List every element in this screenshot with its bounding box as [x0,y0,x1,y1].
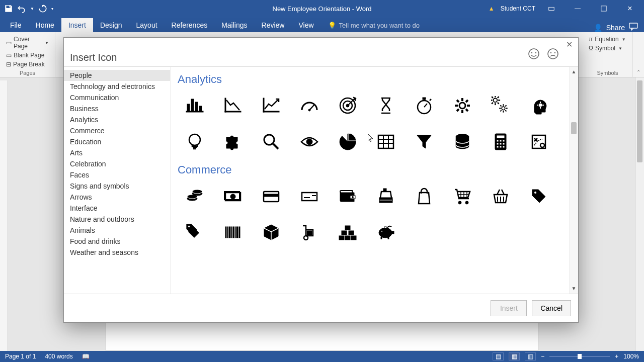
hourglass-icon[interactable] [369,90,403,121]
category-arrows[interactable]: Arrows [64,192,170,203]
eye-icon[interactable] [292,126,327,157]
category-animals[interactable]: Animals [64,225,170,236]
calculator-icon[interactable] [484,126,518,157]
ribbon-options-icon[interactable] [541,1,561,16]
blank-page-button[interactable]: ▭Blank Page [5,51,50,59]
insert-button[interactable]: Insert [491,300,527,316]
stopwatch-icon[interactable] [407,90,441,121]
category-communication[interactable]: Communication [64,92,170,103]
scroll-up-icon[interactable]: ▲ [570,67,578,77]
tab-file[interactable]: File [3,18,29,32]
tab-home[interactable]: Home [29,18,61,32]
basket-icon[interactable] [484,180,518,212]
cash-icon[interactable] [216,180,250,212]
bar-chart-icon[interactable] [178,90,212,121]
category-food-and-drinks[interactable]: Food and drinks [64,236,170,247]
feedback-smile-icon[interactable] [527,47,541,61]
target-icon[interactable] [331,90,365,121]
save-icon[interactable] [4,4,13,13]
hand-truck-icon[interactable] [292,217,327,248]
tab-view[interactable]: View [291,18,320,32]
database-icon[interactable] [445,126,479,157]
undo-dropdown[interactable]: ▼ [30,7,34,11]
category-commerce[interactable]: Commerce [64,125,170,136]
vertical-scrollbar[interactable] [635,77,644,351]
strategy-icon[interactable] [522,126,556,157]
barcode-icon[interactable] [216,217,250,248]
tab-mailings[interactable]: Mailings [214,18,254,32]
redo-icon[interactable] [38,4,47,13]
maximize-icon[interactable] [594,1,614,16]
zoom-in-button[interactable]: + [615,353,618,360]
tag-icon[interactable] [522,180,556,212]
dialog-scrollbar[interactable]: ▲ ▼ [569,67,578,294]
funnel-icon[interactable] [407,126,441,157]
category-signs-and-symbols[interactable]: Signs and symbols [64,180,170,192]
status-words[interactable]: 400 words [45,353,72,360]
category-technology-and-electronics[interactable]: Technology and electronics [64,81,170,92]
view-print-icon[interactable]: ▦ [509,352,520,360]
tab-review[interactable]: Review [255,18,292,32]
share-button[interactable]: Share [606,24,625,32]
tab-design[interactable]: Design [93,18,129,32]
category-education[interactable]: Education [64,136,170,147]
package-icon[interactable] [254,217,288,248]
spellcheck-icon[interactable]: 📖 [82,353,90,360]
zoom-slider[interactable] [549,356,610,357]
minimize-icon[interactable]: — [568,1,588,16]
scrollbar-thumb[interactable] [571,122,577,134]
view-read-icon[interactable]: ▤ [493,352,504,360]
line-chart-up-icon[interactable] [254,90,288,121]
category-weather-and-seasons[interactable]: Weather and seasons [64,247,170,258]
scroll-down-icon[interactable]: ▼ [570,284,578,294]
close-icon[interactable]: × [620,1,640,16]
tab-references[interactable]: References [165,18,215,32]
table-icon[interactable] [369,126,403,157]
qat-customize[interactable]: ▾ [51,7,53,11]
undo-icon[interactable] [17,4,26,13]
category-nature-and-outdoors[interactable]: Nature and outdoors [64,214,170,225]
credit-card-icon[interactable] [254,180,288,212]
category-celebration[interactable]: Celebration [64,158,170,169]
pie-chart-icon[interactable] [331,126,365,157]
search-icon[interactable] [254,126,288,157]
cash-register-icon[interactable] [369,180,403,212]
category-interface[interactable]: Interface [64,203,170,214]
page-break-button[interactable]: ⊟Page Break [5,60,50,68]
view-web-icon[interactable]: ▥ [525,352,536,360]
gears-icon[interactable] [484,90,518,121]
scrollbar-thumb[interactable] [637,80,642,162]
cover-page-button[interactable]: ▭Cover Page▼ [5,35,50,50]
tab-layout[interactable]: Layout [129,18,165,32]
wallet-icon[interactable] [331,180,365,212]
cancel-button[interactable]: Cancel [532,300,571,316]
coins-icon[interactable] [178,180,212,212]
tell-me-search[interactable]: 💡 Tell me what you want to do [324,19,424,32]
comments-icon[interactable] [629,23,638,32]
puzzle-icon[interactable] [216,126,250,157]
tags-icon[interactable] [178,217,212,248]
brain-gear-icon[interactable] [522,90,556,121]
zoom-level[interactable]: 100% [623,353,639,360]
tab-insert[interactable]: Insert [61,18,93,32]
line-chart-down-icon[interactable] [216,90,250,121]
zoom-out-button[interactable]: − [541,353,544,360]
category-people[interactable]: People [64,70,170,81]
lightbulb-icon[interactable] [178,126,212,157]
gear-icon[interactable] [445,90,479,121]
slider-thumb[interactable] [578,354,582,359]
symbol-button[interactable]: ΩSymbol▼ [588,44,627,52]
user-name[interactable]: Student CCT [501,5,535,12]
status-pages[interactable]: Page 1 of 1 [5,353,36,360]
shopping-bag-icon[interactable] [407,180,441,212]
feedback-frown-icon[interactable] [546,47,560,61]
category-analytics[interactable]: Analytics [64,114,170,125]
category-business[interactable]: Business [64,103,170,114]
dialog-close-button[interactable]: ✕ [564,40,574,50]
gauge-icon[interactable] [292,90,327,121]
check-icon[interactable] [292,180,327,212]
category-faces[interactable]: Faces [64,169,170,180]
shopping-cart-icon[interactable] [445,180,479,212]
category-arts[interactable]: Arts [64,147,170,158]
equation-button[interactable]: πEquation▼ [588,35,627,43]
